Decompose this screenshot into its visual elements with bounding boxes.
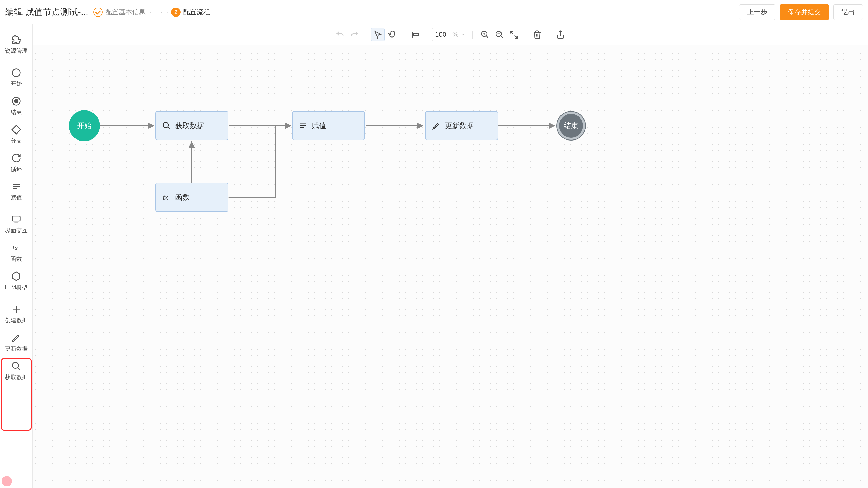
sidebar-create-data[interactable]: 创建数据	[0, 300, 32, 328]
sidebar-loop-label: 循环	[10, 165, 22, 173]
svg-point-25	[163, 122, 168, 128]
sidebar-resources-label: 资源管理	[5, 47, 28, 55]
svg-line-7	[501, 36, 503, 38]
list-icon	[299, 121, 308, 130]
node-start-label: 开始	[77, 121, 92, 131]
save-submit-button[interactable]: 保存并提交	[779, 4, 829, 20]
svg-rect-1	[414, 33, 418, 36]
step-2-num: 2	[171, 7, 181, 17]
svg-text:fx: fx	[12, 244, 18, 252]
node-func[interactable]: fx 函数	[155, 183, 228, 212]
pointer-tool[interactable]	[371, 28, 384, 41]
search-icon	[162, 121, 171, 130]
step-2-label: 配置流程	[183, 7, 210, 17]
exit-button[interactable]: 退出	[833, 4, 863, 20]
flow-canvas[interactable]: 开始 获取数据 赋值 更新数据 结束 fx 函数	[33, 45, 868, 488]
node-end-label: 结束	[564, 121, 578, 131]
sidebar-end[interactable]: 结束	[0, 92, 32, 120]
node-end[interactable]: 结束	[557, 112, 585, 140]
fx-icon: fx	[11, 243, 22, 253]
diamond-icon	[11, 124, 22, 135]
sidebar-create-label: 创建数据	[5, 316, 28, 324]
header-bar: 编辑 赋值节点测试-... 配置基本信息 · · · · 2 配置流程 上一步 …	[0, 0, 868, 24]
step-2[interactable]: 2 配置流程	[171, 7, 210, 17]
delete-button[interactable]	[530, 28, 544, 41]
redo-button[interactable]	[348, 28, 361, 41]
svg-line-10	[515, 35, 518, 38]
pencil-icon	[432, 121, 441, 130]
node-fetch-label: 获取数据	[175, 121, 204, 131]
svg-point-14	[14, 99, 18, 103]
svg-line-3	[486, 36, 488, 38]
sidebar-start[interactable]: 开始	[0, 63, 32, 92]
svg-line-9	[510, 31, 514, 34]
search-icon	[11, 361, 22, 371]
zoom-value: 100	[435, 31, 446, 38]
fx-icon: fx	[162, 193, 171, 202]
sidebar-llm-label: LLM模型	[5, 283, 27, 292]
sidebar-branch[interactable]: 分支	[0, 120, 32, 149]
notification-dot	[2, 476, 12, 486]
divider	[3, 298, 30, 298]
percent-icon: %	[452, 31, 458, 38]
svg-line-24	[18, 367, 20, 369]
sidebar-fetch-data[interactable]: 获取数据	[0, 357, 32, 385]
svg-text:fx: fx	[163, 193, 168, 201]
pan-tool[interactable]	[385, 28, 399, 41]
svg-point-12	[12, 69, 20, 77]
sidebar-ui-label: 界面交互	[5, 227, 28, 235]
export-button[interactable]	[554, 28, 567, 41]
sidebar-resources[interactable]: 资源管理	[0, 31, 32, 59]
sidebar-update-label: 更新数据	[5, 345, 28, 353]
zoom-input[interactable]: 100 %	[432, 28, 468, 41]
undo-button[interactable]	[333, 28, 347, 41]
node-fetch[interactable]: 获取数据	[155, 111, 228, 140]
chevron-down-icon	[460, 32, 466, 37]
circle-icon	[11, 67, 22, 78]
monitor-icon	[11, 214, 22, 224]
sidebar-branch-label: 分支	[10, 137, 22, 145]
sidebar-assign[interactable]: 赋值	[0, 177, 32, 206]
plus-icon	[11, 304, 22, 314]
sidebar-func[interactable]: fx 函数	[0, 239, 32, 267]
node-update[interactable]: 更新数据	[425, 111, 498, 140]
svg-line-26	[167, 127, 169, 129]
svg-rect-18	[12, 216, 20, 221]
sidebar-llm[interactable]: LLM模型	[0, 267, 32, 296]
sidebar-ui[interactable]: 界面交互	[0, 210, 32, 239]
sidebar-assign-label: 赋值	[10, 194, 22, 202]
prev-button[interactable]: 上一步	[739, 4, 775, 20]
sidebar-func-label: 函数	[10, 255, 22, 263]
sidebar-loop[interactable]: 循环	[0, 149, 32, 177]
align-tool[interactable]	[409, 28, 422, 41]
zoom-in-button[interactable]	[478, 28, 492, 41]
pencil-icon	[11, 333, 22, 343]
node-assign-label: 赋值	[312, 121, 326, 131]
node-start[interactable]: 开始	[69, 110, 100, 141]
list-icon	[11, 181, 22, 192]
target-icon	[11, 96, 22, 106]
sidebar-start-label: 开始	[10, 80, 22, 88]
sidebar-fetch-label: 获取数据	[5, 373, 28, 381]
loop-icon	[11, 153, 22, 163]
page-title: 编辑 赋值节点测试-...	[5, 6, 88, 18]
zoom-out-button[interactable]	[493, 28, 506, 41]
divider	[3, 61, 30, 61]
check-icon	[93, 7, 103, 17]
sidebar: 资源管理 开始 结束 分支 循环 赋值 界面交互 fx 函数 LLM模型 创建数…	[0, 24, 33, 488]
canvas-toolbar: 100 %	[33, 24, 868, 45]
sidebar-update-data[interactable]: 更新数据	[0, 328, 32, 357]
step-1-label: 配置基本信息	[105, 7, 146, 17]
step-dots: · · · ·	[150, 8, 169, 16]
node-func-label: 函数	[175, 192, 190, 202]
puzzle-icon	[11, 35, 22, 45]
svg-point-23	[12, 362, 18, 368]
node-update-label: 更新数据	[445, 121, 474, 131]
node-assign[interactable]: 赋值	[292, 111, 365, 140]
step-1[interactable]: 配置基本信息	[93, 7, 146, 17]
sidebar-end-label: 结束	[10, 109, 22, 116]
hexagon-icon	[11, 271, 22, 281]
fit-button[interactable]	[507, 28, 521, 41]
